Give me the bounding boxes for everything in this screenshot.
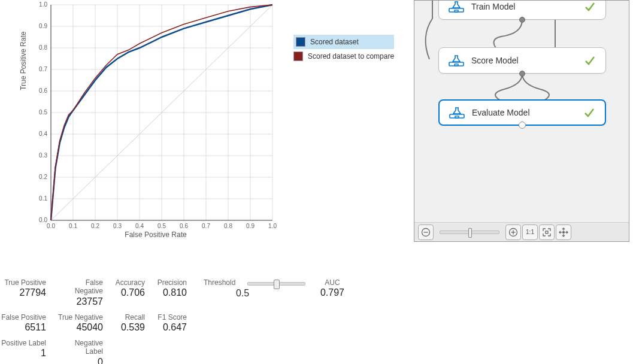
- svg-text:0.3: 0.3: [39, 152, 47, 159]
- chart-legend: Scored dataset Scored dataset to compare: [293, 35, 394, 63]
- threshold-label: Threshold: [204, 278, 235, 287]
- pan-button[interactable]: [556, 225, 571, 240]
- svg-point-60: [563, 231, 565, 233]
- f1-label: F1 Score: [156, 313, 187, 321]
- zoom-slider-handle[interactable]: [468, 228, 472, 238]
- svg-text:0.1: 0.1: [69, 223, 77, 229]
- tp-value: 27794: [0, 287, 46, 299]
- recall-value: 0.539: [114, 321, 145, 334]
- f1-value: 0.647: [156, 321, 187, 334]
- zoom-slider[interactable]: [440, 230, 499, 234]
- node-evaluate-model[interactable]: Evaluate Model: [438, 99, 606, 126]
- svg-text:0.9: 0.9: [39, 23, 47, 29]
- threshold-slider-handle[interactable]: [274, 280, 280, 289]
- node-score-label: Score Model: [471, 56, 581, 65]
- svg-text:1.0: 1.0: [39, 1, 47, 8]
- svg-text:0.2: 0.2: [39, 174, 47, 180]
- pos-label: Positive Label: [0, 339, 46, 347]
- node-train-label: Train Model: [471, 2, 581, 11]
- svg-text:0.1: 0.1: [39, 195, 47, 202]
- svg-text:0.6: 0.6: [39, 87, 47, 94]
- svg-rect-49: [455, 10, 458, 12]
- legend-swatch-compare: [293, 51, 303, 61]
- svg-text:0.5: 0.5: [158, 223, 166, 229]
- zoom-in-button[interactable]: [505, 225, 521, 240]
- threshold-slider[interactable]: [247, 282, 305, 286]
- zoom-out-button[interactable]: [418, 225, 434, 240]
- node-score-model[interactable]: Score Model: [438, 47, 606, 74]
- tp-label: True Positive: [0, 278, 46, 287]
- flask-icon: [449, 1, 464, 13]
- svg-text:0.7: 0.7: [39, 66, 47, 72]
- auc-label: AUC: [305, 278, 359, 287]
- neg-label: Negative Label: [57, 339, 103, 356]
- legend-label-1: Scored dataset to compare: [308, 52, 394, 60]
- flask-icon: [449, 107, 465, 119]
- svg-text:0.8: 0.8: [39, 44, 47, 51]
- pos-value: 1: [0, 347, 46, 360]
- legend-label-0: Scored dataset: [310, 38, 359, 46]
- svg-text:0.9: 0.9: [246, 223, 255, 229]
- svg-text:0.7: 0.7: [202, 223, 210, 229]
- fp-label: False Positive: [0, 313, 46, 321]
- tn-value: 45040: [57, 321, 103, 334]
- metrics-panel: True Positive27794 False Negative23757 A…: [0, 278, 395, 364]
- actual-size-button[interactable]: 1:1: [522, 225, 538, 240]
- pipeline-canvas[interactable]: Train Model Score Model Evaluate Model: [414, 0, 629, 242]
- fp-value: 6511: [0, 321, 46, 334]
- accuracy-label: Accuracy: [114, 278, 145, 287]
- precision-label: Precision: [156, 278, 187, 287]
- svg-text:1.0: 1.0: [268, 223, 277, 229]
- check-icon: [584, 54, 596, 66]
- legend-swatch-scored: [296, 37, 305, 47]
- svg-text:0.8: 0.8: [224, 223, 232, 229]
- svg-rect-51: [455, 64, 458, 66]
- svg-text:0.5: 0.5: [39, 109, 47, 116]
- node-evaluate-label: Evaluate Model: [472, 108, 581, 117]
- fit-button[interactable]: [539, 225, 555, 240]
- check-icon: [584, 1, 596, 13]
- svg-text:0.4: 0.4: [39, 131, 47, 137]
- recall-label: Recall: [114, 313, 145, 321]
- svg-text:0.0: 0.0: [47, 223, 55, 229]
- svg-text:0.4: 0.4: [135, 223, 144, 229]
- tn-label: True Negative: [57, 313, 103, 321]
- svg-text:0.2: 0.2: [91, 223, 99, 229]
- node-train-model[interactable]: Train Model: [438, 0, 606, 20]
- accuracy-value: 0.706: [114, 287, 145, 299]
- flask-icon: [449, 54, 464, 66]
- threshold-value: 0.5: [198, 288, 287, 299]
- svg-text:0.0: 0.0: [39, 217, 47, 223]
- neg-value: 0: [57, 356, 103, 364]
- svg-rect-53: [455, 116, 459, 118]
- roc-chart: 0.00.10.2 0.30.40.5 0.60.70.8 0.91.0 0.0…: [30, 0, 281, 239]
- auc-value: 0.797: [305, 287, 359, 299]
- fn-value: 23757: [57, 296, 103, 308]
- precision-value: 0.810: [156, 287, 187, 299]
- check-icon: [583, 107, 595, 119]
- svg-text:0.6: 0.6: [180, 223, 188, 229]
- y-axis-label: True Positive Rate: [19, 32, 28, 90]
- canvas-toolbar: 1:1: [414, 222, 629, 241]
- x-axis-label: False Positive Rate: [125, 230, 186, 239]
- svg-text:0.3: 0.3: [113, 223, 122, 229]
- svg-rect-59: [546, 231, 548, 233]
- fn-label: False Negative: [57, 278, 103, 296]
